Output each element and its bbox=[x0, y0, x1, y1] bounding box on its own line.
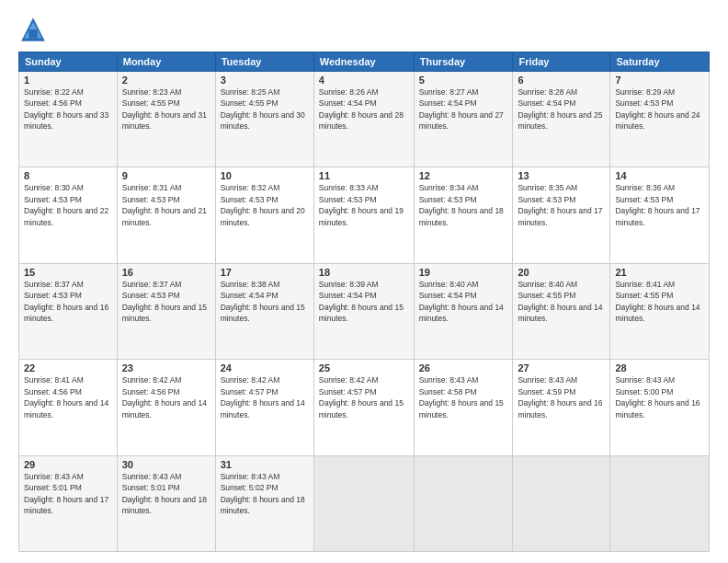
day-info: Sunrise: 8:39 AMSunset: 4:54 PMDaylight:… bbox=[319, 280, 404, 323]
day-number: 17 bbox=[221, 267, 309, 278]
day-info: Sunrise: 8:43 AMSunset: 4:59 PMDaylight:… bbox=[518, 375, 602, 419]
day-cell: 10 Sunrise: 8:32 AMSunset: 4:53 PMDaylig… bbox=[215, 167, 313, 263]
day-cell: 13 Sunrise: 8:35 AMSunset: 4:53 PMDaylig… bbox=[513, 167, 610, 263]
day-info: Sunrise: 8:40 AMSunset: 4:55 PMDaylight:… bbox=[518, 280, 602, 323]
day-number: 27 bbox=[518, 362, 605, 373]
day-number: 30 bbox=[122, 459, 210, 470]
day-cell: 8 Sunrise: 8:30 AMSunset: 4:53 PMDayligh… bbox=[19, 167, 118, 263]
day-info: Sunrise: 8:28 AMSunset: 4:54 PMDaylight:… bbox=[518, 87, 602, 131]
day-cell: 7 Sunrise: 8:29 AMSunset: 4:53 PMDayligh… bbox=[610, 72, 710, 167]
day-cell: 3 Sunrise: 8:25 AMSunset: 4:55 PMDayligh… bbox=[215, 72, 313, 167]
day-number: 15 bbox=[24, 267, 112, 278]
day-number: 16 bbox=[122, 267, 210, 278]
day-number: 2 bbox=[122, 75, 210, 86]
week-row-3: 15 Sunrise: 8:37 AMSunset: 4:53 PMDaylig… bbox=[19, 263, 710, 359]
day-cell: 17 Sunrise: 8:38 AMSunset: 4:54 PMDaylig… bbox=[215, 263, 313, 359]
day-number: 26 bbox=[419, 362, 508, 373]
day-number: 6 bbox=[518, 75, 605, 86]
day-info: Sunrise: 8:31 AMSunset: 4:53 PMDaylight:… bbox=[122, 183, 207, 226]
page: SundayMondayTuesdayWednesdayThursdayFrid… bbox=[0, 0, 728, 563]
day-info: Sunrise: 8:43 AMSunset: 4:58 PMDaylight:… bbox=[419, 375, 504, 419]
day-info: Sunrise: 8:43 AMSunset: 5:01 PMDaylight:… bbox=[122, 472, 207, 515]
day-number: 20 bbox=[518, 267, 605, 278]
day-number: 3 bbox=[221, 75, 309, 86]
day-cell: 31 Sunrise: 8:43 AMSunset: 5:02 PMDaylig… bbox=[215, 455, 313, 551]
day-number: 9 bbox=[122, 170, 210, 181]
day-cell: 6 Sunrise: 8:28 AMSunset: 4:54 PMDayligh… bbox=[513, 72, 610, 167]
day-number: 13 bbox=[518, 170, 605, 181]
day-number: 7 bbox=[615, 75, 704, 86]
day-number: 1 bbox=[24, 75, 112, 86]
day-number: 24 bbox=[221, 362, 309, 373]
day-number: 4 bbox=[319, 75, 409, 86]
day-cell: 18 Sunrise: 8:39 AMSunset: 4:54 PMDaylig… bbox=[313, 263, 414, 359]
day-number: 12 bbox=[419, 170, 508, 181]
day-info: Sunrise: 8:22 AMSunset: 4:56 PMDaylight:… bbox=[24, 87, 108, 131]
header-row: SundayMondayTuesdayWednesdayThursdayFrid… bbox=[19, 52, 710, 72]
logo-icon bbox=[18, 15, 48, 44]
day-info: Sunrise: 8:34 AMSunset: 4:53 PMDaylight:… bbox=[419, 183, 504, 226]
day-info: Sunrise: 8:35 AMSunset: 4:53 PMDaylight:… bbox=[518, 183, 602, 226]
day-info: Sunrise: 8:27 AMSunset: 4:54 PMDaylight:… bbox=[419, 87, 504, 131]
day-header-monday: Monday bbox=[117, 52, 215, 72]
day-cell: 9 Sunrise: 8:31 AMSunset: 4:53 PMDayligh… bbox=[117, 167, 215, 263]
day-number: 14 bbox=[615, 170, 704, 181]
day-info: Sunrise: 8:43 AMSunset: 5:02 PMDaylight:… bbox=[221, 472, 305, 515]
day-cell: 21 Sunrise: 8:41 AMSunset: 4:55 PMDaylig… bbox=[610, 263, 710, 359]
day-cell bbox=[513, 455, 610, 551]
day-info: Sunrise: 8:42 AMSunset: 4:57 PMDaylight:… bbox=[319, 375, 404, 419]
day-info: Sunrise: 8:26 AMSunset: 4:54 PMDaylight:… bbox=[319, 87, 404, 131]
day-number: 31 bbox=[221, 459, 309, 470]
day-info: Sunrise: 8:37 AMSunset: 4:53 PMDaylight:… bbox=[24, 280, 108, 323]
header bbox=[18, 15, 710, 44]
day-info: Sunrise: 8:30 AMSunset: 4:53 PMDaylight:… bbox=[24, 183, 108, 226]
day-info: Sunrise: 8:23 AMSunset: 4:55 PMDaylight:… bbox=[122, 87, 207, 131]
day-number: 21 bbox=[615, 267, 704, 278]
day-header-friday: Friday bbox=[513, 52, 610, 72]
day-cell: 22 Sunrise: 8:41 AMSunset: 4:56 PMDaylig… bbox=[19, 360, 118, 455]
week-row-2: 8 Sunrise: 8:30 AMSunset: 4:53 PMDayligh… bbox=[19, 167, 710, 263]
day-number: 19 bbox=[419, 267, 508, 278]
day-header-thursday: Thursday bbox=[414, 52, 513, 72]
day-info: Sunrise: 8:40 AMSunset: 4:54 PMDaylight:… bbox=[419, 280, 504, 323]
day-info: Sunrise: 8:43 AMSunset: 5:01 PMDaylight:… bbox=[24, 472, 108, 515]
day-info: Sunrise: 8:29 AMSunset: 4:53 PMDaylight:… bbox=[615, 87, 700, 131]
day-cell bbox=[414, 455, 513, 551]
day-info: Sunrise: 8:25 AMSunset: 4:55 PMDaylight:… bbox=[221, 87, 305, 131]
week-row-1: 1 Sunrise: 8:22 AMSunset: 4:56 PMDayligh… bbox=[19, 72, 710, 167]
day-cell: 15 Sunrise: 8:37 AMSunset: 4:53 PMDaylig… bbox=[19, 263, 118, 359]
day-info: Sunrise: 8:43 AMSunset: 5:00 PMDaylight:… bbox=[615, 375, 700, 419]
day-info: Sunrise: 8:32 AMSunset: 4:53 PMDaylight:… bbox=[221, 183, 305, 226]
day-cell: 29 Sunrise: 8:43 AMSunset: 5:01 PMDaylig… bbox=[19, 455, 118, 551]
day-info: Sunrise: 8:37 AMSunset: 4:53 PMDaylight:… bbox=[122, 280, 207, 323]
day-cell: 11 Sunrise: 8:33 AMSunset: 4:53 PMDaylig… bbox=[313, 167, 414, 263]
day-cell: 16 Sunrise: 8:37 AMSunset: 4:53 PMDaylig… bbox=[117, 263, 215, 359]
day-header-wednesday: Wednesday bbox=[313, 52, 414, 72]
day-number: 5 bbox=[419, 75, 508, 86]
day-cell: 30 Sunrise: 8:43 AMSunset: 5:01 PMDaylig… bbox=[117, 455, 215, 551]
day-cell: 26 Sunrise: 8:43 AMSunset: 4:58 PMDaylig… bbox=[414, 360, 513, 455]
day-cell bbox=[313, 455, 414, 551]
day-number: 28 bbox=[615, 362, 704, 373]
day-number: 22 bbox=[24, 362, 112, 373]
week-row-5: 29 Sunrise: 8:43 AMSunset: 5:01 PMDaylig… bbox=[19, 455, 710, 551]
day-number: 25 bbox=[319, 362, 409, 373]
day-cell: 25 Sunrise: 8:42 AMSunset: 4:57 PMDaylig… bbox=[313, 360, 414, 455]
week-row-4: 22 Sunrise: 8:41 AMSunset: 4:56 PMDaylig… bbox=[19, 360, 710, 455]
day-cell: 1 Sunrise: 8:22 AMSunset: 4:56 PMDayligh… bbox=[19, 72, 118, 167]
calendar-body: 1 Sunrise: 8:22 AMSunset: 4:56 PMDayligh… bbox=[19, 72, 710, 552]
day-cell: 27 Sunrise: 8:43 AMSunset: 4:59 PMDaylig… bbox=[513, 360, 610, 455]
calendar-header: SundayMondayTuesdayWednesdayThursdayFrid… bbox=[19, 52, 710, 72]
day-number: 23 bbox=[122, 362, 210, 373]
day-info: Sunrise: 8:41 AMSunset: 4:55 PMDaylight:… bbox=[615, 280, 700, 323]
day-header-tuesday: Tuesday bbox=[215, 52, 313, 72]
svg-rect-2 bbox=[28, 29, 38, 39]
day-info: Sunrise: 8:36 AMSunset: 4:53 PMDaylight:… bbox=[615, 183, 700, 226]
logo bbox=[18, 15, 53, 44]
day-info: Sunrise: 8:42 AMSunset: 4:57 PMDaylight:… bbox=[221, 375, 305, 419]
day-cell: 24 Sunrise: 8:42 AMSunset: 4:57 PMDaylig… bbox=[215, 360, 313, 455]
day-cell: 28 Sunrise: 8:43 AMSunset: 5:00 PMDaylig… bbox=[610, 360, 710, 455]
day-number: 11 bbox=[319, 170, 409, 181]
day-number: 10 bbox=[221, 170, 309, 181]
day-info: Sunrise: 8:41 AMSunset: 4:56 PMDaylight:… bbox=[24, 375, 108, 419]
